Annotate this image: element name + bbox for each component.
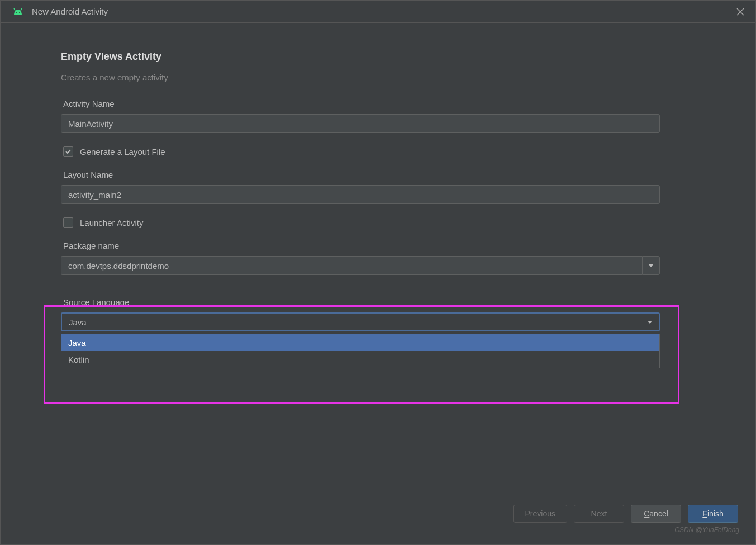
source-language-options: Java Kotlin [61,334,660,368]
svg-line-0 [14,8,15,11]
generate-layout-label: Generate a Layout File [80,147,165,157]
section-title: Empty Views Activity [61,51,700,63]
layout-name-label: Layout Name [63,170,700,179]
close-button[interactable] [732,3,749,20]
finish-rest: inish [707,509,724,518]
generate-layout-checkbox[interactable] [63,146,73,157]
package-name-dropdown-button[interactable] [642,256,660,275]
package-name-input[interactable] [61,256,642,275]
finish-mnemonic: F [702,509,707,518]
cancel-rest: ancel [649,509,668,518]
cancel-button[interactable]: Cancel [631,505,681,523]
section-subtitle: Creates a new empty activity [61,73,700,82]
package-name-group: Package name [61,241,700,275]
source-language-dropdown[interactable]: Java [61,312,660,331]
launcher-activity-checkbox[interactable] [63,217,73,228]
activity-name-label: Activity Name [63,99,700,108]
source-language-option-kotlin[interactable]: Kotlin [61,351,659,368]
package-name-label: Package name [63,241,700,250]
layout-name-group: Layout Name [61,170,700,204]
titlebar-left: New Android Activity [12,7,108,16]
generate-layout-row: Generate a Layout File [63,146,700,157]
launcher-activity-group: Launcher Activity [61,217,700,228]
titlebar: New Android Activity [1,1,755,23]
launcher-activity-label: Launcher Activity [80,218,143,228]
content-area: Empty Views Activity Creates a new empty… [1,23,755,368]
activity-name-group: Activity Name [61,99,700,133]
launcher-activity-row: Launcher Activity [63,217,700,228]
dialog-window: New Android Activity Empty Views Activit… [0,0,756,545]
footer-buttons: Previous Next Cancel Finish [513,505,738,523]
previous-button: Previous [513,505,567,523]
activity-name-input[interactable] [61,114,660,133]
android-icon [12,7,24,16]
next-button: Next [574,505,624,523]
finish-button[interactable]: Finish [688,505,738,523]
source-language-label: Source Language [63,297,700,307]
source-language-group: Source Language Java Java Kotlin [61,297,700,368]
chevron-down-icon [649,264,653,267]
source-language-option-java[interactable]: Java [61,334,659,351]
generate-layout-group: Generate a Layout File [61,146,700,157]
watermark-text: CSDN @YunFeiDong [674,526,739,534]
package-name-field [61,256,660,275]
svg-point-2 [16,12,17,13]
layout-name-input[interactable] [61,185,660,204]
cancel-mnemonic: C [644,509,649,518]
chevron-down-icon [648,321,652,324]
svg-line-1 [21,8,22,11]
svg-point-3 [19,12,20,13]
source-language-value: Java [69,317,87,327]
window-title: New Android Activity [32,7,108,16]
